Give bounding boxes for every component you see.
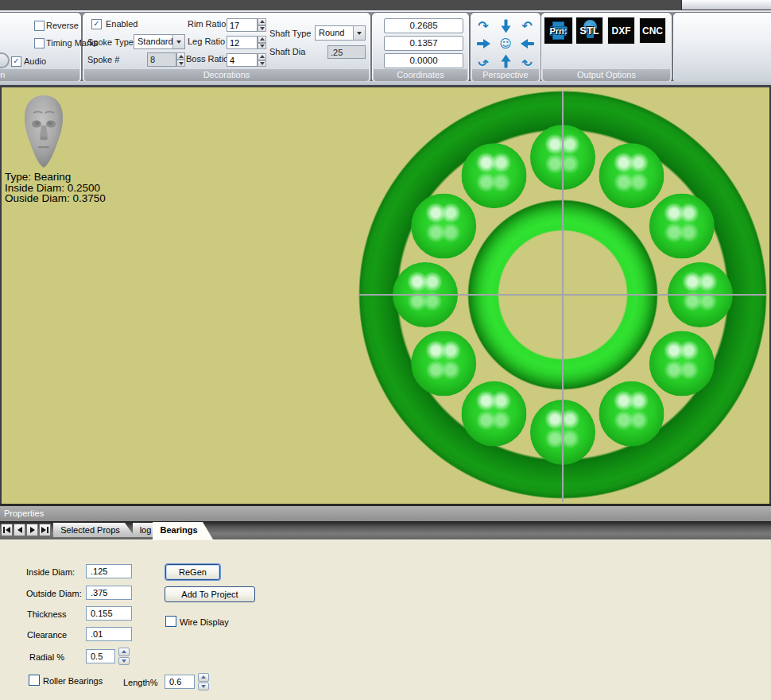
model-inside-diam-line: Inside Diam: 0.2500: [5, 183, 106, 194]
boss-ratio-field[interactable]: [227, 53, 258, 67]
group-decorations-caption: Decorations: [84, 69, 369, 81]
rim-ratio-spinner[interactable]: [258, 18, 266, 32]
print-button[interactable]: Prn:: [544, 17, 573, 44]
enabled-label: Enabled: [106, 19, 138, 29]
boss-ratio-label: Boss Ratio: [186, 54, 228, 64]
model-info-text: Type: Bearing Inside Diam: 0.2500 Ouside…: [5, 172, 106, 204]
clearance-label: Clearance: [27, 630, 67, 640]
head-model-image: [21, 94, 67, 170]
radial-percent-label: Radial %: [29, 652, 64, 662]
rotate-cw-icon[interactable]: ↷: [473, 17, 494, 35]
outside-diam-field[interactable]: [86, 586, 132, 600]
bearing-ball: [462, 381, 527, 447]
bearing-ball: [462, 143, 527, 208]
reverse-checkbox[interactable]: [34, 21, 45, 31]
tab-nav-next-button[interactable]: [26, 524, 38, 536]
dxf-export-button[interactable]: DXF: [607, 17, 635, 44]
print-button-label: Prn:: [544, 25, 572, 35]
enabled-checkbox[interactable]: ✓: [91, 19, 102, 29]
bearing-ball: [411, 194, 476, 259]
clearance-field[interactable]: [86, 627, 132, 641]
stl-export-button[interactable]: STL: [575, 17, 603, 44]
wire-display-checkbox[interactable]: [165, 616, 176, 627]
spoke-num-label: Spoke #: [87, 55, 119, 64]
radial-percent-field[interactable]: [86, 649, 115, 663]
pan-left-icon[interactable]: [517, 35, 537, 52]
tilt-up-right-icon[interactable]: ↷: [473, 52, 494, 70]
group-simulation-caption: ulation: [0, 69, 79, 81]
bearing-ball: [599, 143, 664, 208]
properties-panel-title: Properties: [0, 506, 771, 521]
add-to-project-button[interactable]: Add To Project: [165, 586, 255, 602]
bearing-ball: [649, 331, 715, 396]
tab-selected-props[interactable]: Selected Props: [53, 523, 135, 537]
roller-bearings-label: Roller Bearings: [43, 676, 103, 686]
audio-checkbox[interactable]: ✓: [11, 56, 21, 67]
crosshair-vertical: [562, 91, 564, 502]
cnc-button-label: CNC: [640, 25, 665, 36]
app-window: ulation Decorations Coordinates Perspect…: [0, 0, 771, 700]
shaft-dia-field[interactable]: [327, 45, 366, 59]
group-output-options-caption: Output Options: [543, 69, 670, 81]
group-empty: [673, 13, 771, 83]
tab-nav-prev-button[interactable]: [14, 524, 25, 536]
pan-down-icon[interactable]: [495, 17, 516, 35]
titlebar-button-area[interactable]: [681, 0, 771, 10]
tilt-up-left-icon[interactable]: ↶: [517, 52, 537, 70]
spoke-num-field[interactable]: [147, 52, 176, 67]
boss-ratio-spinner[interactable]: [258, 53, 266, 67]
bearing-ball: [411, 331, 476, 396]
bearing-ball: [649, 194, 715, 259]
spoke-type-label: Spoke Type: [87, 37, 134, 47]
chevron-down-icon[interactable]: [172, 35, 184, 48]
cnc-export-button[interactable]: CNC: [639, 17, 666, 44]
length-percent-spinner[interactable]: [198, 673, 209, 690]
spoke-type-combo[interactable]: Standard: [134, 34, 185, 49]
roller-bearings-checkbox[interactable]: [29, 675, 40, 686]
ribbon-top-highlight: [0, 10, 771, 12]
inside-diam-field[interactable]: [86, 564, 132, 578]
spoke-type-value: Standard: [138, 37, 173, 46]
wire-display-label: Wire Display: [180, 617, 229, 627]
timing-marks-checkbox[interactable]: [34, 38, 45, 48]
coordinate-y-value[interactable]: 0.1357: [384, 36, 463, 51]
group-perspective-caption: Perspective: [472, 69, 539, 81]
tab-bearings[interactable]: Bearings: [153, 522, 213, 540]
leg-ratio-spinner[interactable]: [258, 36, 266, 49]
dxf-button-label: DXF: [608, 25, 634, 36]
length-percent-field[interactable]: [165, 675, 195, 689]
radial-percent-spinner[interactable]: [118, 648, 130, 665]
coordinate-z-value[interactable]: 0.0000: [384, 53, 463, 68]
regen-button[interactable]: ReGen: [165, 564, 220, 580]
rotate-ccw-icon[interactable]: ↶: [517, 17, 537, 35]
stl-button-label: STL: [576, 25, 602, 37]
coordinate-x-value[interactable]: 0.2685: [384, 18, 463, 33]
shaft-type-combo[interactable]: Round: [315, 25, 366, 41]
spoke-num-spinner[interactable]: [176, 52, 185, 67]
chevron-down-icon[interactable]: [353, 26, 365, 40]
shaft-type-value: Round: [319, 28, 344, 37]
shaft-type-label: Shaft Type: [269, 29, 311, 38]
leg-ratio-field[interactable]: [227, 36, 258, 49]
thickness-label: Thickness: [27, 609, 67, 619]
inside-diam-label: Inside Diam:: [26, 567, 75, 577]
shaft-dia-label: Shaft Dia: [269, 47, 305, 56]
length-percent-label: Length%: [123, 678, 157, 687]
model-type-line: Type: Bearing: [5, 172, 106, 183]
titlebar: [0, 0, 771, 10]
rim-ratio-field[interactable]: [227, 18, 258, 32]
outside-diam-label: Outside Diam:: [26, 589, 82, 598]
tab-nav-last-button[interactable]: [39, 524, 51, 536]
model-outside-diam-line: Ouside Diam: 0.3750: [5, 193, 106, 204]
audio-label: Audio: [24, 56, 46, 66]
viewport-3d[interactable]: Type: Bearing Inside Diam: 0.2500 Ouside…: [0, 87, 771, 504]
reset-view-smiley-icon[interactable]: ☺: [495, 35, 516, 52]
leg-ratio-label: Leg Ratio: [188, 37, 225, 46]
tab-nav-first-button[interactable]: [1, 524, 13, 536]
reverse-label: Reverse: [46, 21, 79, 30]
rim-ratio-label: Rim Ratio: [188, 19, 226, 29]
thickness-field[interactable]: [86, 606, 132, 621]
pan-up-icon[interactable]: [495, 52, 516, 70]
pan-right-icon[interactable]: [473, 35, 494, 52]
group-coordinates-caption: Coordinates: [374, 69, 467, 81]
